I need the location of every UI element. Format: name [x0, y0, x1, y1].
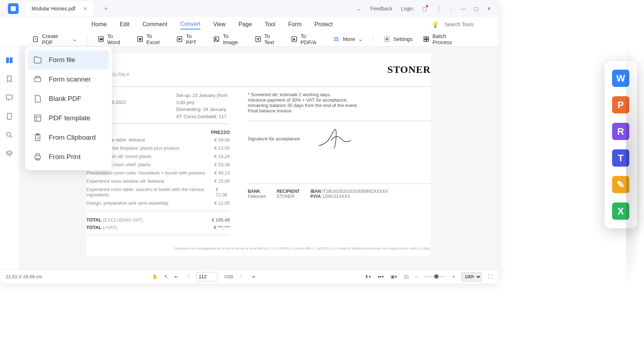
- svg-text:E: E: [139, 38, 141, 41]
- hand-tool-icon[interactable]: ✋: [152, 274, 158, 279]
- create-pdf-button[interactable]: Create PDF⌄: [32, 33, 77, 45]
- attachment-icon[interactable]: [4, 111, 14, 121]
- svg-rect-19: [6, 57, 9, 63]
- close-window-icon[interactable]: ✕: [486, 6, 492, 11]
- app-logo: [8, 3, 19, 14]
- svg-text:T: T: [257, 38, 259, 41]
- feedback-link[interactable]: Feedback: [370, 6, 392, 11]
- comment-icon[interactable]: [4, 93, 14, 103]
- toolbar: Create PDF⌄ WTo Word ETo Excel PTo PPT T…: [0, 32, 498, 47]
- new-tab-button[interactable]: +: [104, 5, 108, 13]
- menu-tool[interactable]: Tool: [265, 20, 275, 29]
- dd-form-scanner[interactable]: Form scanner: [25, 70, 112, 89]
- svg-text:W: W: [100, 38, 103, 41]
- settings-button[interactable]: Settings: [383, 36, 413, 43]
- chevron-down-icon: ⌄: [72, 36, 77, 42]
- layers-icon[interactable]: [4, 149, 14, 159]
- doc-fineprint: Operazione non assoggettata ad IVA ed a …: [86, 247, 431, 250]
- to-text-button[interactable]: TTo Text: [255, 33, 281, 45]
- menu-view[interactable]: View: [213, 20, 226, 29]
- zoom-in-icon[interactable]: +: [452, 274, 455, 279]
- thumbnails-icon[interactable]: [4, 55, 14, 65]
- menubar: Home Edit Comment Convert View Page Tool…: [0, 17, 498, 32]
- zoom-out-icon[interactable]: −: [415, 274, 418, 279]
- fit-page-icon[interactable]: ▣▾: [390, 274, 397, 279]
- chevron-down-icon[interactable]: ⌄: [356, 6, 362, 11]
- doc-brand: STONER: [387, 64, 431, 78]
- svg-rect-24: [34, 78, 41, 82]
- select-tool-icon[interactable]: ↖: [164, 274, 168, 279]
- menu-convert[interactable]: Convert: [180, 19, 200, 29]
- login-link[interactable]: Login: [401, 6, 413, 11]
- to-word-tile[interactable]: W: [612, 70, 629, 87]
- menu-page[interactable]: Page: [238, 20, 252, 29]
- dd-form-file[interactable]: Form file: [28, 50, 109, 70]
- close-icon[interactable]: ✕: [83, 6, 87, 11]
- svg-rect-18: [426, 39, 428, 41]
- fit-height-icon[interactable]: ⬍▾: [365, 274, 371, 279]
- minimize-icon[interactable]: —: [460, 6, 466, 11]
- bulb-icon[interactable]: 💡: [432, 21, 439, 28]
- dd-from-clipboard[interactable]: From Clipboard: [25, 128, 112, 147]
- svg-point-23: [7, 132, 11, 136]
- svg-rect-21: [6, 95, 13, 99]
- to-pdfa-button[interactable]: ATo PDF/A: [291, 33, 323, 45]
- sidebar: [0, 47, 19, 269]
- svg-rect-17: [424, 39, 426, 41]
- kebab-icon[interactable]: ⋮: [436, 6, 442, 11]
- svg-rect-16: [426, 37, 428, 39]
- svg-rect-25: [34, 115, 41, 121]
- last-page-icon[interactable]: ⇥: [251, 274, 255, 279]
- create-dropdown: Form file Form scanner Blank PDF PDF tem…: [25, 47, 112, 170]
- fit-width-icon[interactable]: ⬌▾: [378, 274, 384, 279]
- menu-edit[interactable]: Edit: [120, 20, 130, 29]
- svg-rect-15: [424, 37, 426, 39]
- menu-protect[interactable]: Protect: [314, 20, 333, 29]
- to-rtf-tile[interactable]: R: [612, 123, 629, 140]
- to-ppt-button[interactable]: PTo PPT: [176, 33, 203, 45]
- menu-home[interactable]: Home: [91, 20, 107, 29]
- svg-rect-28: [35, 156, 40, 159]
- dd-blank-pdf[interactable]: Blank PDF: [25, 89, 112, 108]
- bookmark-icon[interactable]: [4, 74, 14, 84]
- menu-form[interactable]: Form: [288, 20, 302, 29]
- page-dimensions: 21.01 X 29.69 cm: [6, 274, 42, 279]
- convert-shortcuts-panel: W P R T ✎ X: [605, 61, 637, 228]
- next-page-icon[interactable]: 〉: [240, 274, 245, 280]
- tab-title: Modular Homes.pdf: [32, 6, 75, 11]
- to-word-button[interactable]: WTo Word: [98, 33, 127, 45]
- zoom-select[interactable]: 100%: [461, 272, 482, 281]
- svg-rect-0: [11, 6, 16, 11]
- svg-point-9: [215, 38, 216, 39]
- share-icon[interactable]: ▢: [422, 6, 427, 11]
- to-image-tile[interactable]: ✎: [612, 176, 629, 193]
- to-ppt-tile[interactable]: P: [612, 96, 629, 113]
- chevron-down-icon: ⌄: [358, 36, 363, 42]
- batch-button[interactable]: Batch Process: [423, 33, 466, 45]
- svg-text:P: P: [179, 38, 181, 41]
- to-text-tile[interactable]: T: [612, 149, 629, 167]
- signature-icon: [315, 126, 355, 151]
- maximize-icon[interactable]: ▢: [473, 6, 479, 11]
- prev-page-icon[interactable]: 〈: [185, 274, 190, 280]
- first-page-icon[interactable]: ⇤: [175, 274, 179, 279]
- page-total: /200: [224, 274, 233, 279]
- to-excel-tile[interactable]: X: [612, 202, 629, 220]
- to-image-button[interactable]: To Image: [213, 33, 244, 45]
- document-tab[interactable]: Modular Homes.pdf ✕: [25, 1, 93, 16]
- to-excel-button[interactable]: ETo Excel: [137, 33, 166, 45]
- menu-comment[interactable]: Comment: [142, 20, 167, 29]
- search-input[interactable]: [445, 22, 488, 27]
- search-icon[interactable]: [4, 130, 14, 140]
- fullscreen-icon[interactable]: ⛶: [488, 274, 493, 279]
- zoom-slider[interactable]: [424, 276, 446, 277]
- dd-from-print[interactable]: From Print: [25, 147, 112, 167]
- two-page-icon[interactable]: ▯▯: [404, 274, 409, 279]
- page-number-input[interactable]: [196, 272, 218, 281]
- dd-pdf-template[interactable]: PDF template: [25, 108, 112, 128]
- document-page: VIA PDF.9 2022 MILANO,ITALY STONER DATA …: [86, 53, 431, 256]
- statusbar: 21.01 X 29.69 cm ✋ ↖ ⇤ 〈 /200 〉 ⇥ ⬍▾ ⬌▾ …: [0, 269, 498, 284]
- svg-rect-20: [10, 57, 13, 63]
- more-button[interactable]: More⌄: [333, 36, 363, 43]
- svg-rect-22: [8, 113, 11, 120]
